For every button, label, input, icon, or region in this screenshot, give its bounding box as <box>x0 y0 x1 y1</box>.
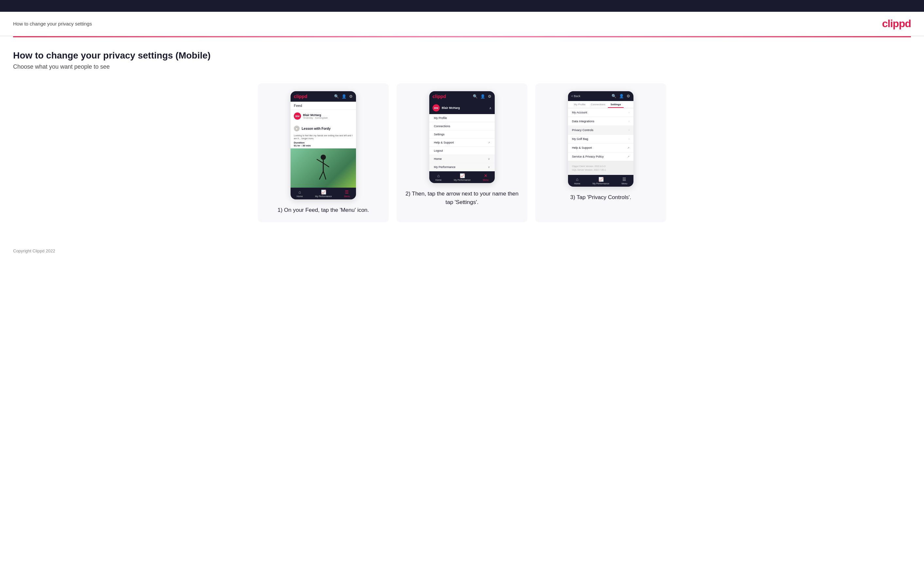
tab-my-profile[interactable]: My Profile <box>571 101 588 108</box>
user-info: Blair McHarg Yesterday · Sunningdale <box>303 113 328 119</box>
help-label: Help & Support <box>572 146 592 149</box>
nav2-menu[interactable]: ✕ Menu <box>483 173 489 181</box>
search-icon-2: 🔍 <box>473 94 478 99</box>
settings-service[interactable]: Service & Privacy Policy ↗ <box>568 152 633 161</box>
menu-item-help[interactable]: Help & Support ↗ <box>429 139 495 147</box>
menu-item-connections[interactable]: Connections <box>429 122 495 131</box>
menu-logout-label: Logout <box>434 149 443 152</box>
chevron-down-icon-perf: ∨ <box>488 165 490 169</box>
feed-tab: Feed <box>291 102 356 110</box>
nav3-menu[interactable]: ☰ Menu <box>622 177 628 185</box>
settings-golf-bag[interactable]: My Golf Bag › <box>568 135 633 143</box>
home-icon-2: ⌂ <box>437 173 440 178</box>
feed-user: BM Blair McHarg Yesterday · Sunningdale <box>294 113 353 120</box>
nav3-home[interactable]: ⌂ Home <box>574 177 580 185</box>
back-button[interactable]: < Back <box>571 95 580 98</box>
chevron-right-data: › <box>628 120 630 123</box>
duration-value: 01 hr : 30 min <box>294 144 311 147</box>
duration-label: Duration <box>294 141 305 144</box>
nav2-perf-label: My Performance <box>454 179 470 181</box>
settings-my-account[interactable]: My Account › <box>568 108 633 117</box>
lesson-title: Lesson with Fordy <box>302 127 331 131</box>
external-icon-help: ↗ <box>627 147 630 149</box>
nav-performance[interactable]: 📈 My Performance <box>315 190 332 197</box>
header: How to change your privacy settings clip… <box>0 12 924 36</box>
menu-item-logout[interactable]: Logout <box>429 147 495 155</box>
phone2-header: clippd 🔍 👤 ⚙ <box>429 91 495 102</box>
settings-icon-3: ⚙ <box>627 94 630 98</box>
golf-bag-label: My Golf Bag <box>572 137 588 140</box>
steps-container: clippd 🔍 👤 ⚙ Feed BM Blair McHarg <box>13 83 911 222</box>
phone1-header: clippd 🔍 👤 ⚙ <box>291 91 356 102</box>
nav3-home-label: Home <box>574 182 580 185</box>
step-2-card: clippd 🔍 👤 ⚙ BM Blair McHarg ∧ <box>397 83 527 222</box>
settings-help[interactable]: Help & Support ↗ <box>568 143 633 152</box>
menu-overlay: BM Blair McHarg ∧ My Profile Connections… <box>429 102 495 171</box>
menu-section-home[interactable]: Home ∨ <box>429 155 495 163</box>
performance-icon-2: 📈 <box>460 173 465 178</box>
performance-icon-3: 📈 <box>598 177 604 182</box>
lesson-icon: 📋 <box>294 126 300 131</box>
phone2-icons: 🔍 👤 ⚙ <box>473 94 491 99</box>
nav-home[interactable]: ⌂ Home <box>297 190 303 197</box>
phone3-header: < Back 🔍 👤 ⚙ <box>568 91 633 101</box>
nav3-perf-label: My Performance <box>593 182 609 185</box>
nav3-performance[interactable]: 📈 My Performance <box>593 177 609 185</box>
performance-icon: 📈 <box>321 190 326 195</box>
chevron-down-icon-home: ∨ <box>488 157 490 161</box>
menu-help-label: Help & Support <box>434 141 454 144</box>
search-icon-3: 🔍 <box>612 94 616 98</box>
service-label: Service & Privacy Policy <box>572 155 604 158</box>
menu-section-performance[interactable]: My Performance ∨ <box>429 163 495 171</box>
phone-1-mockup: clippd 🔍 👤 ⚙ Feed BM Blair McHarg <box>291 91 356 200</box>
menu-icon-3: ☰ <box>622 177 626 182</box>
menu-item-profile[interactable]: My Profile <box>429 114 495 122</box>
phone-2-mockup: clippd 🔍 👤 ⚙ BM Blair McHarg ∧ <box>429 91 495 183</box>
menu-icon: ☰ <box>345 190 349 195</box>
settings-privacy-controls[interactable]: Privacy Controls › <box>568 126 633 135</box>
data-integrations-label: Data Integrations <box>572 120 594 123</box>
menu-username: Blair McHarg <box>442 106 460 110</box>
copyright: Copyright Clippd 2022 <box>13 248 55 253</box>
phone2-logo: clippd <box>433 94 446 99</box>
phone1-logo: clippd <box>294 94 307 99</box>
svg-point-0 <box>321 155 326 160</box>
menu-performance-label: My Performance <box>434 165 456 169</box>
menu-user-info: BM Blair McHarg <box>433 104 460 111</box>
settings-list: My Account › Data Integrations › Privacy… <box>568 108 633 161</box>
menu-avatar: BM <box>433 104 440 111</box>
menu-item-settings[interactable]: Settings <box>429 131 495 139</box>
svg-line-4 <box>319 171 323 179</box>
nav-menu[interactable]: ☰ Menu <box>344 190 350 197</box>
menu-connections-label: Connections <box>434 124 450 128</box>
svg-line-3 <box>323 163 329 167</box>
settings-footer: Clippd Client Version: 2022.8.3-3 GQL Se… <box>568 161 633 175</box>
header-title: How to change your privacy settings <box>13 21 92 26</box>
tab-connections[interactable]: Connections <box>588 101 608 108</box>
nav2-home[interactable]: ⌂ Home <box>436 173 442 181</box>
footer-line1: Clippd Client Version: 2022.8.3-3 <box>572 164 630 168</box>
tab-settings[interactable]: Settings <box>608 101 624 108</box>
main-content: How to change your privacy settings (Mob… <box>0 37 924 242</box>
page-heading: How to change your privacy settings (Mob… <box>13 50 911 61</box>
phone1-bottom-nav: ⌂ Home 📈 My Performance ☰ Menu <box>291 188 356 200</box>
step-2-caption: 2) Then, tap the arrow next to your name… <box>404 190 520 206</box>
menu-profile-label: My Profile <box>434 116 447 120</box>
privacy-controls-label: Privacy Controls <box>572 129 593 132</box>
search-icon: 🔍 <box>334 94 339 99</box>
phone3-bottom-nav: ⌂ Home 📈 My Performance ☰ Menu <box>568 175 633 187</box>
footer-line2: GQL Server Version: 2022.7.30-1 <box>572 168 630 172</box>
nav-menu-label: Menu <box>344 195 350 197</box>
phone2-bottom-nav: ⌂ Home 📈 My Performance ✕ Menu <box>429 171 495 183</box>
nav2-home-label: Home <box>436 179 442 181</box>
external-icon: ↗ <box>488 141 490 144</box>
my-account-label: My Account <box>572 111 587 114</box>
settings-data-integrations[interactable]: Data Integrations › <box>568 117 633 126</box>
page-footer: Copyright Clippd 2022 <box>0 242 924 260</box>
phone1-icons: 🔍 👤 ⚙ <box>334 94 353 99</box>
nav2-performance[interactable]: 📈 My Performance <box>454 173 470 181</box>
settings-icon-2: ⚙ <box>488 94 491 99</box>
external-icon-service: ↗ <box>627 155 630 158</box>
chevron-right-account: › <box>628 111 630 114</box>
phone3-icons: 🔍 👤 ⚙ <box>612 94 630 98</box>
